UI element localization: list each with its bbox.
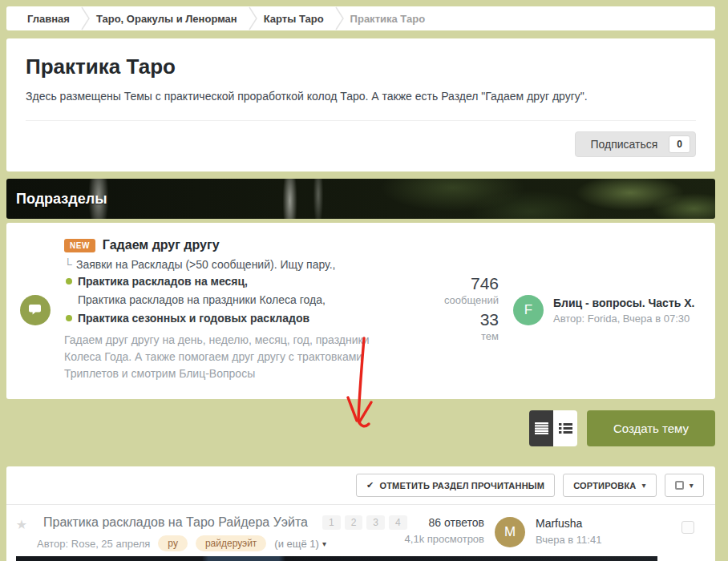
topics-count-label: тем [411,330,499,342]
bottom-cutoff-bar [16,556,657,561]
list-view-icon [559,423,572,434]
last-poster-link[interactable]: Marfusha [536,517,670,530]
topic-replies: 86 ответов [388,516,484,529]
page-title: Практика Таро [26,54,696,79]
topic-row: ★ Практика раскладов на Таро Райдера Уэй… [6,505,715,561]
star-toggle-icon[interactable]: ★ [16,518,27,531]
avatar[interactable]: F [513,295,544,325]
subscribe-count-badge: 0 [669,135,690,153]
last-post-time: Вчера в 11:41 [536,534,670,546]
caret-down-icon: ▾ [690,481,694,490]
topic-stats: 86 ответов 4,1k просмотров [388,515,484,551]
subforum-card: NEW Гадаем друг другу └Заявки на Расклад… [6,223,715,399]
subforum-stats: 746 сообщений 33 тем [411,238,499,382]
caret-down-icon: ▾ [322,539,326,548]
chevron-right-icon [81,6,90,30]
subsections-banner-title: Подразделы [6,191,107,208]
last-post-title-link[interactable]: Блиц - вопросы. Часть X. [553,297,694,309]
create-topic-button[interactable]: Создать тему [587,410,715,446]
page-link[interactable]: 3 [366,515,385,530]
topics-count: 33 [411,310,499,329]
forum-header-card: Практика Таро Здесь размещены Темы с пра… [6,38,715,172]
subforum-description: Гадаем друг другу на день, неделю, месяц… [64,332,404,382]
topic-views: 4,1k просмотров [388,533,484,545]
corner-branch-icon: └ [64,258,72,271]
subscribe-row: Подписаться 0 [26,121,696,162]
breadcrumb-current: Практика Таро [344,13,436,25]
comments-bubble-icon [20,295,51,325]
tag-badge[interactable]: райдеруэйт [196,535,266,551]
subforum-topic-link[interactable]: Практика раскладов на праздники Колеса г… [64,293,404,308]
breadcrumb-home[interactable]: Главная [21,13,81,25]
green-dot-icon [66,278,72,285]
subforum-topic-link[interactable]: Практика сезонных и годовых раскладов [64,311,404,326]
subforum-topic-link[interactable]: Практика раскладов на месяц, [64,274,404,289]
chevron-right-icon [335,6,344,30]
chevron-right-icon [249,6,257,30]
avatar[interactable]: M [495,517,525,547]
page-link[interactable]: 2 [345,515,363,530]
breadcrumb-taro-cards[interactable]: Карты Таро [257,13,335,25]
page-container: Главная Таро, Оракулы и Ленорман Карты Т… [6,6,715,561]
checkbox-icon [675,481,684,490]
row-checkbox[interactable] [681,521,694,534]
expanded-view-button[interactable] [529,410,553,446]
new-badge: NEW [64,239,95,252]
caret-down-icon: ▾ [642,481,646,490]
green-dot-icon [66,315,72,321]
last-post-meta: Автор: Forida, Вчера в 07:30 [553,313,694,325]
subforum-title-link[interactable]: Гадаем друг другу [103,238,220,252]
subforum-main: NEW Гадаем друг другу └Заявки на Расклад… [64,238,411,382]
condensed-view-button[interactable] [553,410,577,446]
page-link[interactable]: 1 [322,515,341,530]
topic-title-link[interactable]: Практика раскладов на Таро Райдера Уэйта [43,515,308,530]
posts-count-label: сообщений [411,294,499,306]
rows-view-icon [535,422,548,434]
breadcrumb: Главная Таро, Оракулы и Ленорман Карты Т… [6,6,715,30]
topic-author-line: Автор: Rose, 25 апреля [37,538,150,550]
check-icon: ✔ [366,480,374,490]
topics-panel: ✔ ОТМЕТИТЬ РАЗДЕЛ ПРОЧИТАННЫМ СОРТИРОВКА… [6,466,715,561]
actions-row: Создать тему [6,410,715,446]
select-all-button[interactable]: ▾ [665,474,704,497]
sort-button[interactable]: СОРТИРОВКА ▾ [563,474,657,497]
subsections-banner: Подразделы [6,179,715,219]
posts-count: 746 [411,274,499,293]
page-description: Здесь размещены Темы с практической прор… [26,90,696,103]
view-toggle [529,410,577,446]
subforum-icon-col [6,238,64,382]
subforum-subline-link[interactable]: └Заявки на Расклады (>50 сообщений). Ищу… [64,258,404,271]
subforum-last-post: F Блиц - вопросы. Часть X. Автор: Forida… [499,238,699,382]
topics-toolbar: ✔ ОТМЕТИТЬ РАЗДЕЛ ПРОЧИТАННЫМ СОРТИРОВКА… [6,466,715,504]
subscribe-button[interactable]: Подписаться 0 [575,131,696,157]
subscribe-label: Подписаться [590,138,657,151]
breadcrumb-taro-oracles[interactable]: Таро, Оракулы и Ленорман [90,13,249,25]
more-tags-toggle[interactable]: (и ещё 1) ▾ [274,538,326,550]
mark-read-button[interactable]: ✔ ОТМЕТИТЬ РАЗДЕЛ ПРОЧИТАННЫМ [356,474,555,497]
tag-badge[interactable]: ру [158,535,188,551]
